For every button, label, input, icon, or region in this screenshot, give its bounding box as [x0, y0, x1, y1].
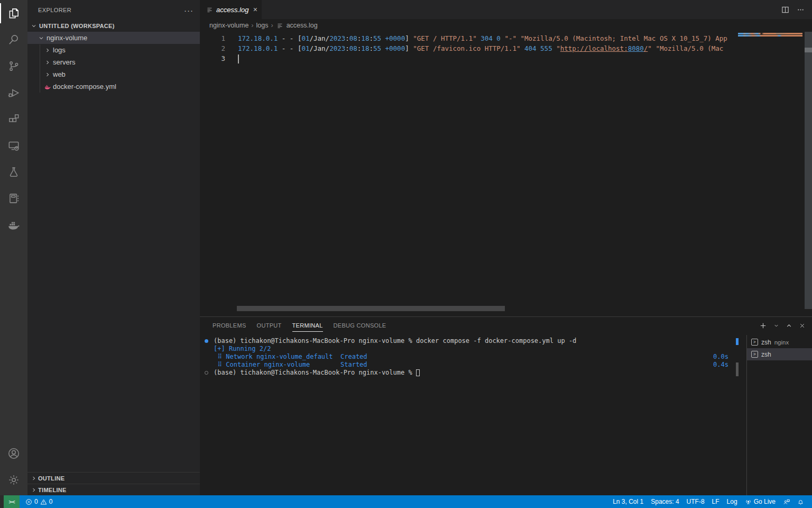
editor-actions	[781, 0, 812, 19]
terminal-icon: >	[751, 339, 758, 346]
chevron-right-icon: ›	[271, 22, 273, 29]
line-content: 172.18.0.1 - - [01/Jan/2023:08:18:55 +00…	[225, 33, 727, 43]
minimap[interactable]	[737, 32, 805, 316]
outline-section[interactable]: OUTLINE	[27, 472, 200, 484]
breadcrumb-folder[interactable]: logs	[256, 22, 269, 29]
code-token: 18	[361, 34, 369, 42]
vertical-scrollbar[interactable]	[805, 32, 812, 309]
status-ln-3-col-1[interactable]: Ln 3, Col 1	[609, 495, 647, 508]
explorer-title: EXPLORER	[38, 7, 71, 13]
testing-icon[interactable]	[0, 159, 27, 185]
chevron-right-icon	[43, 58, 52, 67]
status-lf[interactable]: LF	[708, 495, 723, 508]
horizontal-scrollbar[interactable]	[200, 306, 812, 311]
code-token: :	[369, 44, 373, 52]
explorer-icon[interactable]	[0, 0, 27, 26]
panel-tab-terminal[interactable]: TERMINAL	[287, 319, 328, 332]
activity-bar-bottom	[0, 440, 27, 495]
terminal-text: (base) tichakon@Tichakons-MacBook-Pro ng…	[214, 369, 416, 376]
bell-icon[interactable]	[793, 495, 808, 508]
docker-icon[interactable]	[0, 212, 27, 238]
terminal-line: ⠿ Network nginx-volume_default Created0.…	[200, 353, 746, 361]
code-token: "	[556, 44, 560, 52]
tree-item-logs[interactable]: logs	[27, 44, 200, 56]
close-tab-icon[interactable]: ×	[253, 5, 257, 14]
explorer-more-actions-icon[interactable]: ···	[184, 6, 193, 15]
tree-item-nginx-volume[interactable]: nginx-volume	[27, 32, 200, 44]
log-file-icon	[205, 5, 214, 14]
terminal-dropdown-icon[interactable]	[773, 323, 779, 329]
timeline-label: TIMELINE	[38, 487, 67, 493]
breadcrumb: nginx-volume › logs › access.log	[200, 19, 812, 32]
panel-tab-output[interactable]: OUTPUT	[252, 319, 287, 332]
horizontal-scrollbar-thumb[interactable]	[237, 306, 505, 311]
close-panel-icon[interactable]	[799, 322, 806, 329]
more-actions-icon[interactable]	[797, 6, 805, 14]
panel-tab-problems[interactable]: PROBLEMS	[207, 319, 252, 332]
code-link[interactable]: http://localhost:	[560, 44, 628, 52]
code-line[interactable]: 2172.18.0.1 - - [01/Jan/2023:08:18:55 +0…	[200, 43, 735, 53]
chevron-right-icon	[43, 70, 52, 79]
new-terminal-icon[interactable]	[759, 322, 767, 330]
breadcrumb-file[interactable]: access.log	[287, 22, 318, 29]
code-token: 0	[496, 34, 501, 42]
warning-count: 0	[49, 498, 53, 505]
code-token: 55	[373, 34, 381, 42]
vscode-window: EXPLORER ··· UNTITLED (WORKSPACE) nginx-…	[0, 0, 812, 508]
remote-explorer-icon[interactable]	[0, 132, 27, 159]
settings-gear-icon[interactable]	[0, 467, 27, 493]
command-prompt-decoration[interactable]	[205, 371, 208, 375]
extensions-icon[interactable]	[0, 106, 27, 132]
split-editor-icon[interactable]	[781, 6, 789, 14]
feedback-icon[interactable]	[779, 495, 793, 508]
tree-item-web[interactable]: web	[27, 68, 200, 80]
code-line[interactable]: 3	[200, 53, 735, 64]
chevron-right-icon	[43, 46, 52, 55]
status-utf-8[interactable]: UTF-8	[683, 495, 708, 508]
source-control-icon[interactable]	[0, 53, 27, 79]
panel-actions	[759, 322, 812, 330]
line-content: 172.18.0.1 - - [01/Jan/2023:08:18:55 +00…	[225, 43, 723, 53]
problems-status[interactable]: 0 0	[22, 495, 56, 508]
timeline-section[interactable]: TIMELINE	[27, 484, 200, 495]
code-line[interactable]: 1172.18.0.1 - - [01/Jan/2023:08:18:55 +0…	[200, 33, 735, 43]
code-token: 304	[481, 34, 493, 42]
sidebar-sections: OUTLINE TIMELINE	[27, 472, 200, 495]
code-link[interactable]: 8080	[628, 44, 644, 52]
status-log[interactable]: Log	[723, 495, 741, 508]
code-token	[520, 44, 524, 52]
code-lines: 1172.18.0.1 - - [01/Jan/2023:08:18:55 +0…	[200, 33, 735, 64]
tab-access-log[interactable]: access.log ×	[200, 0, 262, 19]
tree-item-servers[interactable]: servers	[27, 56, 200, 68]
workspace-header[interactable]: UNTITLED (WORKSPACE)	[27, 20, 200, 32]
terminal-instance-zsh-nginx[interactable]: >zshnginx	[747, 336, 812, 348]
breadcrumb-folder[interactable]: nginx-volume	[209, 22, 248, 29]
chevron-down-icon	[37, 34, 45, 42]
status-spaces-4[interactable]: Spaces: 4	[647, 495, 682, 508]
notebook-icon[interactable]	[0, 185, 27, 212]
terminal[interactable]: (base) tichakon@Tichakons-MacBook-Pro ng…	[200, 335, 746, 495]
editor-body[interactable]: 1172.18.0.1 - - [01/Jan/2023:08:18:55 +0…	[200, 32, 812, 316]
code-token: :	[369, 34, 373, 42]
status-go-live[interactable]: Go Live	[741, 495, 779, 508]
panel-tabs: PROBLEMSOUTPUTTERMINALDEBUG CONSOLE	[207, 319, 391, 332]
panel-header: PROBLEMSOUTPUTTERMINALDEBUG CONSOLE	[200, 317, 812, 334]
run-debug-icon[interactable]	[0, 79, 27, 106]
status-bar-main: 0 0 Ln 3, Col 1Spaces: 4UTF-8LFLogGo Liv…	[20, 495, 812, 508]
account-icon[interactable]	[0, 440, 27, 467]
terminal-instance-zsh[interactable]: >zsh	[747, 348, 812, 360]
tree-item-label: web	[53, 70, 66, 78]
maximize-panel-icon[interactable]	[786, 322, 792, 329]
search-icon[interactable]	[0, 26, 27, 53]
code-token: "GET /favicon.ico HTTP/1.1"	[413, 44, 520, 52]
panel-tab-debug-console[interactable]: DEBUG CONSOLE	[328, 319, 392, 332]
remote-indicator[interactable]: ><	[4, 495, 20, 508]
duration-label: 0.0s	[713, 353, 728, 361]
terminal-line: ⠿ Container nginx-volume Started0.4s	[200, 361, 746, 369]
editor-cursor	[238, 55, 239, 64]
command-success-decoration[interactable]	[205, 339, 208, 343]
tree-item-docker-compose.yml[interactable]: docker-compose.yml	[27, 80, 200, 93]
code-token: "Mozilla/5.0 (Mac	[656, 44, 723, 52]
code-token: 2023	[329, 34, 345, 42]
terminal-instance-label: zsh	[761, 339, 771, 346]
